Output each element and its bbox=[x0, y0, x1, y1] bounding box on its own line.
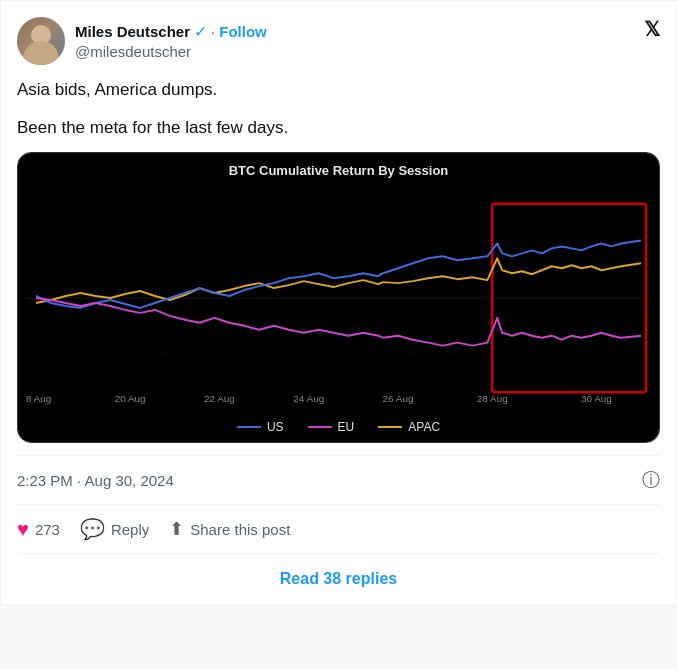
user-details: Miles Deutscher ✓ · Follow @milesdeutsch… bbox=[75, 22, 267, 61]
chart-svg-wrapper: 18 Aug 20 Aug 22 Aug 24 Aug 26 Aug 28 Au… bbox=[18, 188, 659, 412]
legend-us: US bbox=[237, 420, 284, 434]
timestamp-row: 2:23 PM · Aug 30, 2024 ⓘ bbox=[17, 455, 660, 504]
chart-svg: 18 Aug 20 Aug 22 Aug 24 Aug 26 Aug 28 Au… bbox=[26, 188, 651, 408]
legend-eu-label: EU bbox=[338, 420, 355, 434]
share-icon: ⬆ bbox=[169, 518, 184, 540]
like-action[interactable]: ♥ 273 bbox=[17, 518, 60, 541]
reply-icon: 💬 bbox=[80, 517, 105, 541]
share-label: Share this post bbox=[190, 521, 290, 538]
tweet-card: Miles Deutscher ✓ · Follow @milesdeutsch… bbox=[0, 0, 677, 605]
svg-text:30 Aug: 30 Aug bbox=[581, 393, 612, 404]
svg-text:18 Aug: 18 Aug bbox=[26, 393, 51, 404]
chart-inner: BTC Cumulative Return By Session bbox=[18, 153, 659, 442]
legend-us-line bbox=[237, 426, 261, 428]
share-action[interactable]: ⬆ Share this post bbox=[169, 518, 290, 540]
read-replies-button[interactable]: Read 38 replies bbox=[17, 553, 660, 604]
username-row: @milesdeutscher bbox=[75, 43, 267, 61]
actions-row: ♥ 273 💬 Reply ⬆ Share this post bbox=[17, 504, 660, 553]
tweet-header: Miles Deutscher ✓ · Follow @milesdeutsch… bbox=[17, 17, 660, 65]
username: @milesdeutscher bbox=[75, 43, 191, 60]
heart-icon: ♥ bbox=[17, 518, 29, 541]
x-logo[interactable]: 𝕏 bbox=[644, 17, 660, 41]
tweet-date: Aug 30, 2024 bbox=[85, 472, 174, 489]
svg-text:22 Aug: 22 Aug bbox=[204, 393, 235, 404]
info-icon[interactable]: ⓘ bbox=[642, 468, 660, 492]
tweet-line-2: Been the meta for the last few days. bbox=[17, 115, 660, 141]
legend-apac-line bbox=[378, 426, 402, 428]
legend-apac: APAC bbox=[378, 420, 440, 434]
svg-text:28 Aug: 28 Aug bbox=[477, 393, 508, 404]
svg-text:20 Aug: 20 Aug bbox=[115, 393, 146, 404]
tweet-time: 2:23 PM bbox=[17, 472, 73, 489]
chart-container: BTC Cumulative Return By Session bbox=[17, 152, 660, 443]
separator: · bbox=[211, 23, 215, 40]
avatar[interactable] bbox=[17, 17, 65, 65]
reply-label: Reply bbox=[111, 521, 149, 538]
tweet-line-1: Asia bids, America dumps. bbox=[17, 77, 660, 103]
svg-text:24 Aug: 24 Aug bbox=[293, 393, 324, 404]
likes-count: 273 bbox=[35, 521, 60, 538]
legend-us-label: US bbox=[267, 420, 284, 434]
chart-legend: US EU APAC bbox=[18, 412, 659, 442]
legend-eu-line bbox=[308, 426, 332, 428]
svg-text:26 Aug: 26 Aug bbox=[383, 393, 414, 404]
chart-title: BTC Cumulative Return By Session bbox=[18, 153, 659, 188]
reply-action[interactable]: 💬 Reply bbox=[80, 517, 149, 541]
timestamp-separator: · bbox=[77, 472, 81, 489]
follow-button[interactable]: Follow bbox=[219, 23, 267, 40]
timestamp: 2:23 PM · Aug 30, 2024 bbox=[17, 472, 174, 489]
tweet-body: Asia bids, America dumps. Been the meta … bbox=[17, 77, 660, 140]
verified-icon: ✓ bbox=[194, 22, 207, 41]
display-name-row: Miles Deutscher ✓ · Follow bbox=[75, 22, 267, 41]
legend-apac-label: APAC bbox=[408, 420, 440, 434]
display-name: Miles Deutscher bbox=[75, 23, 190, 40]
legend-eu: EU bbox=[308, 420, 355, 434]
user-info-section: Miles Deutscher ✓ · Follow @milesdeutsch… bbox=[17, 17, 267, 65]
